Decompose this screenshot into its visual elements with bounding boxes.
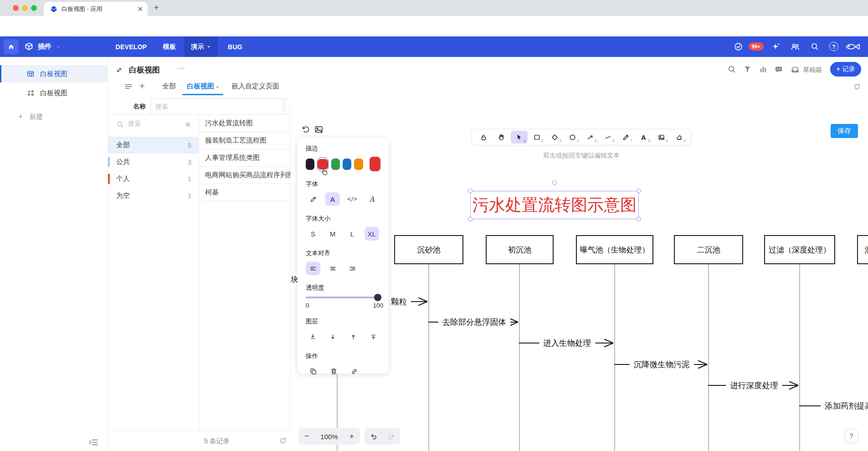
diamond-tool[interactable]: 3 [546,131,563,144]
filter-funnel-icon[interactable] [743,65,752,74]
color-swatch-blue[interactable] [343,159,351,170]
tab-whiteboard-view[interactable]: 白板视图 [187,82,214,91]
filter-public[interactable]: 公共 3 [108,154,199,170]
whiteboard-canvas[interactable]: 块 沉砂池 初沉池 曝气池（生物处理） 二沉池 过滤（深度处理） 混 颗粒 去除… [290,97,868,451]
expand-record-icon[interactable] [114,65,124,75]
record-row[interactable]: 服装制造工艺流程图 [199,132,290,149]
color-swatch-orange[interactable] [354,159,363,170]
browser-tab[interactable]: 白板视图 - 应用 ✕ [44,2,148,16]
window-zoom-button[interactable] [31,5,37,11]
rotate-handle[interactable] [552,180,557,185]
resize-handle-ne[interactable] [637,189,641,193]
current-color-preview[interactable] [370,157,380,171]
move-up-button[interactable] [346,330,360,343]
collapse-panel-icon[interactable] [184,121,191,128]
font-serif-button[interactable]: A [365,192,379,206]
search-records-icon[interactable] [727,65,736,74]
arrow-tool[interactable]: 5 [582,131,599,144]
more-menu-icon[interactable]: ⋯ [177,63,186,73]
discussion-comment-icon[interactable] [774,65,783,74]
connector-line[interactable] [799,264,800,451]
plugin-app-icon[interactable] [24,41,34,52]
nav-item-template[interactable]: 模板 [157,36,182,57]
connector-line[interactable] [708,264,709,451]
flow-arrow[interactable]: 去除部分悬浮固体 [428,317,520,328]
tab-close-icon[interactable]: ✕ [137,5,143,13]
color-swatch-red-selected[interactable] [317,157,329,171]
chevron-down-icon[interactable] [56,44,61,50]
text-tool[interactable]: A8 [635,131,652,144]
filter-personal[interactable]: 个人 1 [108,170,199,187]
record-row[interactable]: 人事管理系统类图 [199,149,290,167]
size-s-button[interactable]: S [306,227,320,241]
sidebar-item-whiteboard-view-2[interactable]: 白板视图 [0,84,108,102]
size-xl-button[interactable]: XL [365,227,379,241]
statistics-chart-icon[interactable] [759,65,768,74]
selected-title-element[interactable]: 污水处置流转图示意图 [470,191,639,219]
nav-item-demo[interactable]: 演示 [184,36,218,57]
sidebar-new-button[interactable]: + 新建 [0,108,108,125]
zoom-out-button[interactable]: − [304,432,309,441]
fish-doodle-icon[interactable] [845,41,863,52]
flow-box-aeration-tank[interactable]: 曝气池（生物处理） [576,235,653,264]
window-minimize-button[interactable] [22,5,28,11]
notification-badge[interactable]: 99+ [749,42,764,51]
filter-empty[interactable]: 为空 1 [108,187,199,204]
flow-box-primary-sedimentation[interactable]: 初沉池 [486,235,554,264]
tab-caret-icon[interactable] [215,85,220,90]
add-view-icon[interactable]: + [139,81,145,92]
undo-icon[interactable] [370,432,378,441]
font-code-button[interactable]: </> [345,192,360,206]
tab-embedded-page[interactable]: 嵌入自定义页面 [231,82,279,91]
link-button[interactable] [347,364,361,378]
send-to-back-button[interactable] [306,330,320,343]
slider-knob[interactable] [374,294,381,301]
spark-ai-icon[interactable] [771,41,781,51]
bring-to-front-button[interactable] [366,330,380,343]
help-icon[interactable]: ? [829,42,838,51]
nav-item-bug[interactable]: BUG [222,36,248,57]
export-image-icon[interactable] [314,125,324,134]
view-list-icon[interactable] [124,82,133,92]
connector-line[interactable] [614,264,615,451]
refresh-icon[interactable] [279,436,287,445]
draftbox-label[interactable]: 草稿箱 [803,66,822,74]
collapse-sidebar-icon[interactable] [88,437,99,447]
resize-handle-sw[interactable] [468,217,473,221]
draftbox-inbox-icon[interactable] [791,65,800,74]
size-l-button[interactable]: L [345,227,360,241]
contacts-people-icon[interactable] [790,42,801,51]
help-button[interactable]: ? [844,429,858,443]
app-name[interactable]: 插件 [38,42,51,51]
font-hand-drawn-button[interactable] [306,192,320,206]
move-down-button[interactable] [326,330,340,343]
select-tool[interactable]: 1 [511,131,528,144]
reset-view-icon[interactable] [301,125,310,134]
tab-all[interactable]: 全部 [162,82,176,91]
new-tab-button[interactable]: + [154,3,159,13]
color-swatch-black[interactable] [306,159,314,170]
filter-all[interactable]: 全部 5 [108,137,199,154]
connector-line[interactable] [428,264,429,451]
save-button[interactable]: 保存 [831,124,858,138]
zoom-in-button[interactable]: + [349,432,354,441]
eraser-tool[interactable]: 0 [671,131,688,144]
flow-arrow[interactable]: 沉降微生物污泥 [614,359,709,370]
refresh-icon[interactable] [853,82,861,91]
line-tool[interactable]: 6 [600,131,616,144]
ellipse-tool[interactable]: 4 [564,131,581,144]
record-row[interactable]: 污水处置流转图 [199,115,290,132]
flow-box-grit-chamber[interactable]: 沉砂池 [394,235,463,264]
record-row[interactable]: 柯基 [199,184,290,201]
nav-item-develop[interactable]: DEVELOP [109,36,153,57]
search-icon[interactable] [810,42,819,51]
hand-tool[interactable] [493,131,510,144]
sidebar-item-whiteboard-view-1[interactable]: 白板视图 [0,65,108,82]
flow-arrow[interactable]: 添加药剂提高水 [799,400,868,411]
opacity-slider[interactable] [306,297,380,298]
flow-arrow[interactable]: 进行深度处理 [708,380,800,391]
new-record-button[interactable]: + 记录 [830,62,861,77]
duplicate-button[interactable] [306,364,320,378]
delete-button[interactable] [326,364,341,378]
draw-tool[interactable]: 7 [617,131,634,144]
